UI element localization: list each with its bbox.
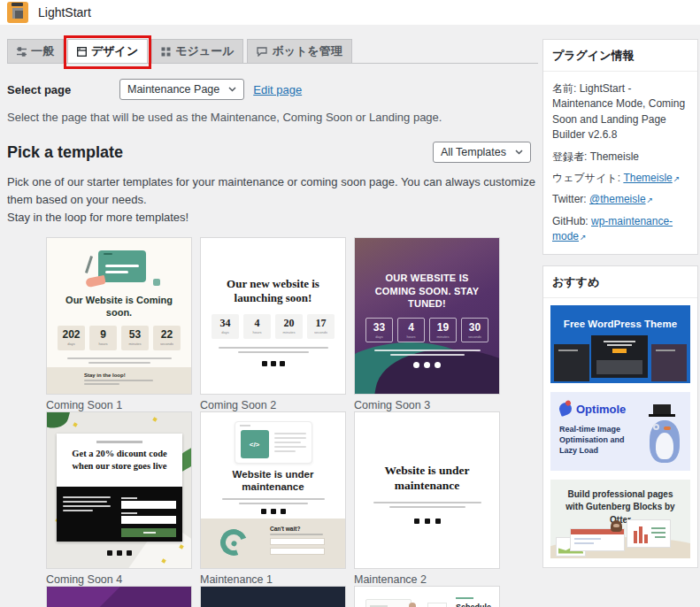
description-line: Pick one of our starter templates for yo…	[7, 173, 538, 209]
confetti	[152, 418, 157, 422]
template-thumbnail[interactable]: Site under maintenance	[200, 586, 346, 607]
modules-grid-icon	[161, 47, 171, 57]
external-link-icon: ↗	[580, 233, 587, 242]
external-link-icon: ↗	[647, 196, 654, 204]
template-thumbnail[interactable]: Get a 20% dicount code when our store go…	[46, 411, 192, 569]
template-label: Maintenance 1	[200, 573, 346, 586]
countdown-value: 9	[100, 329, 106, 340]
badge-illustration	[427, 603, 447, 607]
pick-template-description: Pick one of our starter templates for yo…	[7, 173, 538, 227]
chevron-down-icon	[515, 150, 523, 155]
select-page-label: Select page	[7, 83, 119, 96]
text-line-placeholder	[390, 354, 465, 356]
banner-text: Real-time Image Optimisation and Lazy Lo…	[559, 424, 632, 456]
text-line-placeholder	[373, 502, 481, 503]
template-title: Get a 20% dicount code when our store go…	[57, 448, 182, 471]
facebook-icon	[425, 519, 430, 524]
template-thumbnail[interactable]: OUR WEBSITE IS COMING SOON. STAY TUNED! …	[354, 237, 500, 395]
text-line-placeholder	[389, 506, 465, 508]
admin-topbar: LightStart	[0, 0, 700, 25]
tab-label: 一般	[31, 43, 54, 59]
template-label: Coming Soon 2	[200, 399, 346, 411]
tab-manage-bots[interactable]: ボットを管理	[247, 39, 351, 63]
plugin-website-row: ウェブサイト: Themeisle↗	[552, 171, 688, 186]
countdown-value: 34	[220, 318, 231, 328]
twitter-icon	[261, 509, 266, 514]
template-card-landing-1: Schedule a consultation	[354, 586, 500, 607]
chevron-down-icon	[228, 87, 236, 92]
template-card-coming-soon-1: Our Website is Coming soon. 202days 9hou…	[46, 237, 192, 411]
text-line-placeholder	[96, 441, 142, 443]
subscribe-heading: Can't wait?	[270, 526, 330, 532]
countdown-unit: days	[67, 342, 74, 346]
otter-banner[interactable]: Build professional pages with Gutenberg …	[550, 480, 690, 558]
text-line-placeholder	[222, 498, 325, 500]
tab-design[interactable]: デザイン	[67, 39, 148, 63]
page-title: LightStart	[38, 5, 91, 19]
promo-card: Get a 20% dicount code when our store go…	[57, 434, 182, 542]
template-thumbnail[interactable]: WEBSITE IS UNDER MAINTENANCE	[46, 586, 192, 607]
penguin-illustration	[642, 404, 687, 468]
template-card-coming-soon-3: OUR WEBSITE IS COMING SOON. STAY TUNED! …	[354, 237, 500, 411]
recommended-heading: おすすめ	[543, 266, 697, 298]
text-line-placeholder	[238, 351, 309, 353]
leaf-decoration	[46, 411, 71, 432]
countdown-unit: days	[375, 334, 382, 339]
banner-brand: Optimole	[576, 403, 626, 416]
field-label: GitHub:	[552, 215, 588, 227]
countdown: 33days 4hours 19minutes 30seconds	[355, 318, 499, 342]
text-line-placeholder	[88, 362, 150, 364]
template-title: OUR WEBSITE IS COMING SOON. STAY TUNED!	[355, 272, 499, 310]
template-thumbnail[interactable]: Our new website is launching soon! 34day…	[200, 237, 346, 395]
free-theme-banner[interactable]: Free WordPress Theme	[550, 305, 690, 383]
optimole-banner[interactable]: Optimole Real-time Image Optimisation an…	[550, 392, 690, 471]
person-illustration	[406, 603, 419, 607]
text-line-placeholder	[63, 505, 111, 507]
code-icon: </>	[241, 430, 269, 458]
countdown-value: 30	[469, 322, 481, 333]
countdown-value: 17	[316, 318, 327, 328]
select-page-dropdown[interactable]: Maintenance Page	[119, 79, 244, 100]
text-line-placeholder	[84, 383, 119, 385]
submit-button	[121, 528, 176, 537]
name-input	[270, 538, 325, 545]
twitter-icon	[414, 519, 419, 524]
countdown-unit: minutes	[436, 334, 449, 339]
instagram-icon	[280, 361, 285, 366]
text-line-placeholder	[456, 597, 473, 599]
template-thumbnail[interactable]: Schedule a consultation	[354, 586, 500, 607]
select-page-row: Select page Maintenance Page Edit page	[7, 79, 538, 100]
tab-general[interactable]: 一般	[7, 39, 64, 63]
plugin-name-row: 名前: LightStart - Maintenance Mode, Comin…	[552, 81, 688, 143]
subscribe-section: Stay in the loop!	[47, 367, 191, 394]
twitter-icon	[262, 361, 267, 366]
edit-page-link[interactable]: Edit page	[253, 83, 302, 96]
countdown-value: 4	[408, 322, 414, 333]
template-thumbnail[interactable]: </> Website is under maintenance Can't w…	[200, 411, 346, 569]
social-icons	[201, 361, 345, 366]
template-card-coming-soon-2: Our new website is launching soon! 34day…	[200, 237, 346, 411]
email-input	[121, 516, 176, 524]
tab-modules[interactable]: モジュール	[151, 39, 243, 63]
twitter-icon	[413, 362, 419, 368]
plugin-info-heading: プラグイン情報	[543, 40, 697, 72]
website-link[interactable]: Themeisle	[623, 172, 672, 184]
template-thumbnail[interactable]: Our Website is Coming soon. 202days 9hou…	[46, 237, 192, 395]
plugin-author-value: Themeisle	[590, 150, 639, 163]
countdown-value: 33	[373, 322, 385, 333]
email-input	[270, 548, 325, 555]
template-thumbnail[interactable]: Website is under maintenance	[354, 411, 500, 569]
template-label: Coming Soon 3	[354, 399, 500, 411]
twitter-link[interactable]: @themeisle	[589, 193, 646, 205]
name-input	[121, 501, 176, 509]
facebook-icon	[424, 362, 430, 368]
text-line-placeholder	[239, 503, 308, 504]
optimole-logo-icon	[558, 401, 573, 417]
countdown-unit: seconds	[468, 334, 481, 339]
chart-card	[627, 519, 671, 548]
countdown-unit: minutes	[128, 342, 141, 346]
lightstart-logo-icon	[7, 2, 28, 23]
field-label-placeholder	[121, 512, 137, 514]
template-filter-dropdown[interactable]: All Templates	[433, 142, 531, 163]
template-label: Maintenance 2	[354, 573, 500, 586]
